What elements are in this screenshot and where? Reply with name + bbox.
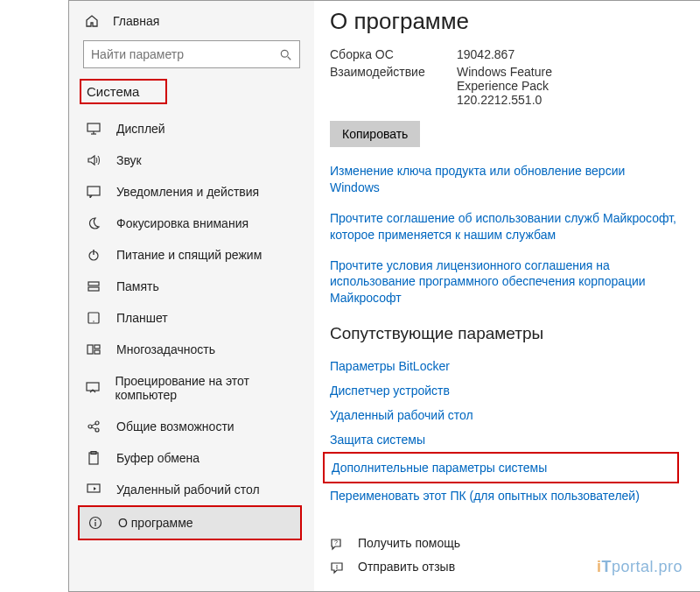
- nav-label: Общие возможности: [116, 419, 234, 433]
- sidebar: Главная Система Дисплей Звук Уведомления…: [69, 1, 314, 591]
- help-icon: ?: [330, 535, 349, 550]
- nav-label: Проецирование на этот компьютер: [115, 374, 298, 402]
- tablet-icon: [85, 312, 102, 324]
- svg-rect-9: [88, 287, 99, 291]
- svg-point-25: [94, 519, 96, 521]
- nav-about[interactable]: О программе: [80, 507, 300, 539]
- nav-tablet[interactable]: Планшет: [69, 302, 314, 334]
- remote-icon: [85, 483, 102, 496]
- home-icon: [85, 13, 102, 28]
- svg-text:?: ?: [334, 539, 338, 546]
- nav-label: Дисплей: [116, 122, 165, 136]
- nav-remote[interactable]: Удаленный рабочий стол: [69, 474, 314, 505]
- svg-rect-13: [94, 345, 100, 349]
- feedback-label: Отправить отзыв: [358, 560, 455, 574]
- experience-value: Windows Feature Experience Pack 120.2212…: [457, 65, 552, 107]
- shared-icon: [85, 420, 102, 433]
- power-icon: [85, 248, 102, 262]
- info-icon: [87, 516, 104, 530]
- section-label: Система: [87, 84, 139, 99]
- search-icon: [280, 47, 292, 61]
- nav-about-highlight: О программе: [78, 505, 302, 540]
- nav-label: Буфер обмена: [116, 451, 200, 465]
- svg-point-28: [336, 565, 338, 567]
- nav-label: Питание и спящий режим: [116, 248, 262, 262]
- svg-point-11: [93, 321, 94, 322]
- os-build-row: Сборка ОС 19042.867: [330, 47, 677, 61]
- related-rename[interactable]: Переименовать этот ПК (для опытных польз…: [330, 483, 677, 508]
- nav-focus[interactable]: Фокусировка внимания: [69, 208, 314, 239]
- page-title: О программе: [330, 8, 677, 35]
- projecting-icon: [85, 382, 101, 394]
- svg-point-18: [95, 428, 99, 432]
- feedback-icon: [330, 560, 349, 574]
- link-product-key[interactable]: Изменение ключа продукта или обновление …: [330, 163, 677, 196]
- svg-rect-8: [88, 282, 99, 285]
- svg-line-1: [288, 57, 291, 60]
- nav-label: Уведомления и действия: [116, 185, 259, 199]
- nav-sound[interactable]: Звук: [69, 144, 314, 176]
- svg-line-20: [92, 427, 95, 429]
- nav-label: Многозадачность: [116, 342, 215, 356]
- related-heading: Сопутствующие параметры: [330, 324, 677, 343]
- svg-rect-2: [88, 123, 100, 131]
- settings-window: Главная Система Дисплей Звук Уведомления…: [68, 0, 700, 592]
- display-icon: [85, 123, 102, 135]
- related-advanced-highlight: Дополнительные параметры системы: [323, 452, 679, 483]
- nav-multitask[interactable]: Многозадачность: [69, 334, 314, 365]
- svg-rect-12: [88, 345, 93, 354]
- nav-label: Планшет: [116, 311, 168, 325]
- related-protect[interactable]: Защита системы: [330, 427, 677, 452]
- sound-icon: [85, 154, 102, 166]
- svg-rect-5: [88, 187, 100, 195]
- svg-point-0: [281, 51, 288, 58]
- section-label-highlight: Система: [80, 79, 167, 104]
- search-input[interactable]: [91, 47, 280, 61]
- os-build-value: 19042.867: [457, 47, 514, 61]
- svg-point-16: [88, 425, 92, 428]
- related-remote[interactable]: Удаленный рабочий стол: [330, 403, 677, 427]
- nav-label: Фокусировка внимания: [116, 216, 248, 230]
- notification-icon: [85, 186, 102, 198]
- storage-icon: [85, 280, 102, 292]
- related-bitlocker[interactable]: Параметры BitLocker: [330, 354, 677, 378]
- nav-label: О программе: [118, 516, 193, 530]
- svg-rect-14: [94, 350, 100, 354]
- svg-line-19: [92, 424, 95, 426]
- os-build-label: Сборка ОС: [330, 47, 457, 61]
- nav-label: Звук: [116, 153, 142, 167]
- nav-storage[interactable]: Память: [69, 271, 314, 302]
- nav-projecting[interactable]: Проецирование на этот компьютер: [69, 365, 314, 411]
- nav-display[interactable]: Дисплей: [69, 113, 314, 144]
- get-help-link[interactable]: ? Получить помощь: [330, 531, 677, 554]
- copy-button[interactable]: Копировать: [330, 121, 420, 147]
- watermark: iTportal.pro: [597, 558, 682, 576]
- nav-label: Удаленный рабочий стол: [116, 483, 260, 497]
- experience-label: Взаимодействие: [330, 65, 457, 107]
- nav-clipboard[interactable]: Буфер обмена: [69, 442, 314, 474]
- experience-row: Взаимодействие Windows Feature Experienc…: [330, 65, 677, 107]
- home-label: Главная: [113, 14, 159, 28]
- nav-label: Память: [116, 279, 159, 293]
- clipboard-icon: [85, 451, 102, 465]
- link-services-agreement[interactable]: Прочтите соглашение об использовании слу…: [330, 210, 677, 243]
- link-license-terms[interactable]: Прочтите условия лицензионного соглашени…: [330, 257, 677, 307]
- multitask-icon: [85, 343, 102, 356]
- help-label: Получить помощь: [358, 536, 460, 550]
- svg-point-17: [95, 421, 99, 425]
- focus-icon: [85, 216, 102, 230]
- nav-power[interactable]: Питание и спящий режим: [69, 239, 314, 271]
- nav-shared[interactable]: Общие возможности: [69, 411, 314, 442]
- search-box[interactable]: [83, 40, 300, 68]
- nav-notifications[interactable]: Уведомления и действия: [69, 176, 314, 208]
- main-content: О программе Сборка ОС 19042.867 Взаимоде…: [314, 1, 700, 591]
- related-devices[interactable]: Диспетчер устройств: [330, 378, 677, 403]
- home-nav[interactable]: Главная: [69, 8, 314, 37]
- related-advanced[interactable]: Дополнительные параметры системы: [332, 461, 547, 475]
